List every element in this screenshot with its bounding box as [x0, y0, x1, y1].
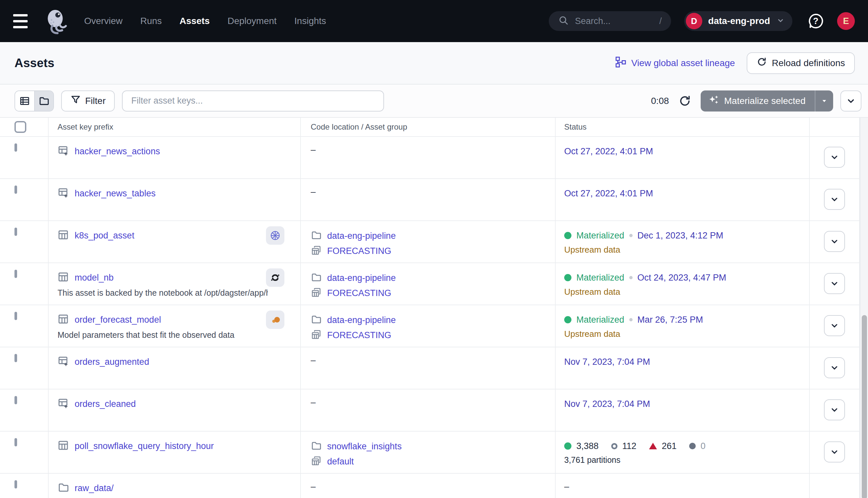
materialization-date-link[interactable]: Dec 1, 2023, 4:12 PM — [638, 231, 723, 241]
asset-link[interactable]: hacker_news_actions — [75, 146, 160, 157]
failed-partitions-count: 261 — [662, 441, 677, 451]
row-checkbox[interactable] — [14, 227, 17, 236]
assets-toolbar: Filter 0:08 Materialize selected — [0, 84, 868, 117]
materialized-label: Materialized — [576, 273, 624, 283]
nav-item-runs[interactable]: Runs — [141, 16, 162, 26]
asset-group-link[interactable]: FORECASTING — [327, 330, 391, 340]
folder-icon — [311, 440, 322, 453]
asset-link[interactable]: orders_augmented — [75, 357, 149, 367]
help-icon[interactable]: ? — [807, 12, 825, 30]
row-expand-button[interactable] — [824, 147, 845, 168]
materialization-date-link[interactable]: Oct 27, 2022, 4:01 PM — [564, 188, 653, 199]
deployment-switcher[interactable]: D data-eng-prod — [684, 11, 792, 31]
reload-definitions-button[interactable]: Reload definitions — [747, 52, 855, 74]
asset-group-link[interactable]: FORECASTING — [327, 288, 391, 298]
materialization-date-link[interactable]: Nov 7, 2023, 7:04 PM — [564, 399, 650, 409]
row-expand-button[interactable] — [824, 315, 845, 336]
asset-group-table-icon — [57, 145, 69, 158]
deployment-badge: D — [686, 13, 702, 29]
asset-group-icon — [311, 329, 322, 341]
asset-folder-link[interactable]: raw_data/ — [75, 483, 114, 494]
toolbar-collapse-button[interactable] — [840, 90, 862, 112]
scrollbar-thumb[interactable] — [862, 315, 867, 498]
no-location: – — [311, 187, 316, 197]
row-expand-button[interactable] — [824, 442, 845, 462]
page-header: Assets View global asset lineage Reload … — [0, 42, 868, 84]
asset-group-table-icon — [57, 397, 69, 410]
no-status: – — [564, 482, 569, 492]
kubernetes-badge-icon — [266, 226, 284, 245]
asset-group-link[interactable]: default — [327, 457, 354, 467]
asset-table-icon — [57, 313, 69, 326]
asset-link[interactable]: k8s_pod_asset — [75, 231, 134, 241]
filter-button[interactable]: Filter — [61, 90, 115, 112]
materialization-date-link[interactable]: Mar 26, 7:25 PM — [638, 315, 703, 325]
asset-link[interactable]: order_forecast_model — [75, 315, 161, 325]
nav-item-overview[interactable]: Overview — [84, 16, 123, 26]
row-expand-button[interactable] — [824, 399, 845, 420]
asset-link[interactable]: orders_cleaned — [75, 399, 136, 409]
partitions-total: 3,761 partitions — [564, 455, 809, 465]
refresh-icon[interactable] — [676, 92, 693, 109]
row-checkbox[interactable] — [14, 480, 17, 488]
code-location-link[interactable]: snowflake_insights — [327, 442, 402, 451]
nav-item-assets[interactable]: Assets — [179, 16, 210, 26]
folder-view-toggle[interactable] — [34, 91, 53, 111]
asset-link[interactable]: model_nb — [75, 273, 114, 283]
filter-asset-keys-input[interactable] — [122, 90, 384, 112]
materialized-partitions-count: 3,388 — [576, 441, 599, 451]
materialized-label: Materialized — [576, 315, 624, 325]
code-location-link[interactable]: data-eng-pipeline — [327, 231, 396, 241]
row-expand-button[interactable] — [824, 231, 845, 252]
refresh-timer: 0:08 — [651, 96, 669, 106]
view-global-asset-lineage-link[interactable]: View global asset lineage — [615, 56, 735, 70]
search-shortcut: / — [659, 16, 662, 26]
materialization-date-link[interactable]: Nov 7, 2023, 7:04 PM — [564, 357, 650, 367]
nav-item-deployment[interactable]: Deployment — [228, 16, 277, 26]
search-placeholder: Search... — [575, 16, 611, 26]
observed-partitions-icon — [611, 443, 617, 449]
row-checkbox[interactable] — [14, 185, 17, 194]
flat-view-toggle[interactable] — [15, 91, 34, 111]
select-all-checkbox[interactable] — [14, 121, 26, 133]
table-row: orders_augmented – Nov 7, 2023, 7:04 PM — [0, 348, 868, 390]
asset-group-icon — [311, 455, 322, 468]
asset-link[interactable]: hacker_news_tables — [75, 188, 156, 199]
user-avatar[interactable]: E — [837, 12, 855, 30]
materialized-partitions-dot — [564, 442, 572, 450]
asset-link[interactable]: poll_snowflake_query_history_hour — [75, 441, 214, 451]
global-search[interactable]: Search... / — [549, 11, 671, 31]
asset-group-link[interactable]: FORECASTING — [327, 246, 391, 256]
menu-icon[interactable] — [13, 11, 34, 31]
table-row: hacker_news_actions – Oct 27, 2022, 4:01… — [0, 137, 868, 179]
materialize-selected-button[interactable]: Materialize selected — [700, 90, 815, 112]
table-header-row: Asset key prefix Code location / Asset g… — [0, 118, 868, 137]
separator-dot — [629, 276, 632, 279]
row-checkbox[interactable] — [14, 143, 17, 152]
code-location-link[interactable]: data-eng-pipeline — [327, 273, 396, 283]
asset-table-icon — [57, 271, 69, 284]
row-expand-button[interactable] — [824, 273, 845, 294]
row-checkbox[interactable] — [14, 396, 17, 404]
notebook-badge-icon — [266, 268, 284, 287]
materialize-options-caret[interactable] — [815, 90, 833, 112]
row-checkbox[interactable] — [14, 270, 17, 278]
materialized-label: Materialized — [576, 231, 624, 241]
upstream-data-tag: Upstream data — [564, 287, 809, 297]
materialized-status-dot — [564, 316, 572, 323]
row-expand-button[interactable] — [824, 357, 845, 378]
dagster-logo[interactable] — [41, 7, 69, 35]
materialization-date-link[interactable]: Oct 24, 2023, 4:47 PM — [638, 273, 726, 283]
table-row: model_nb This asset is backed by the not… — [0, 263, 868, 305]
row-checkbox[interactable] — [14, 438, 17, 446]
asset-table-icon — [57, 440, 69, 453]
no-location: – — [311, 397, 316, 407]
materialization-date-link[interactable]: Oct 27, 2022, 4:01 PM — [564, 146, 653, 157]
row-checkbox[interactable] — [14, 312, 17, 320]
nav-item-insights[interactable]: Insights — [294, 16, 326, 26]
row-checkbox[interactable] — [14, 354, 17, 362]
row-expand-button[interactable] — [824, 189, 845, 210]
materialize-split-button: Materialize selected — [700, 90, 833, 112]
code-location-link[interactable]: data-eng-pipeline — [327, 315, 396, 325]
model-badge-icon — [266, 311, 284, 329]
